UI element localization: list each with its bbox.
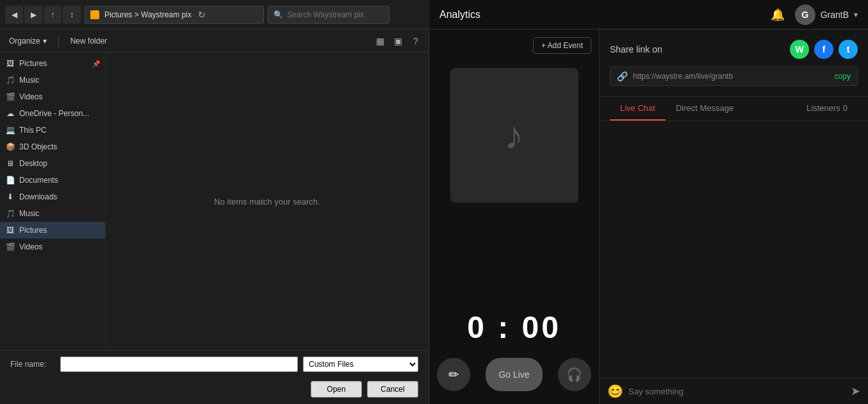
toolbar-right: ▦ ▣ ? [372,33,423,49]
search-input[interactable] [287,10,384,19]
folder-type-icon: 📄 [5,175,15,185]
listeners-count: 0 [843,103,848,113]
no-items-message: No items match your search. [106,53,429,350]
sidebar-item-label: 3D Objects [19,142,57,151]
main-content: Organize ▾ New folder ▦ ▣ ? 🖼 Pictures 📌… [0,29,868,404]
add-event-button[interactable]: + Add Event [533,37,591,54]
listeners-label: Listeners [807,103,840,113]
stream-timer: 0 : 00 [467,310,561,345]
sidebar-item-videos[interactable]: 🎬 Videos [0,239,105,255]
sidebar-item-label: Music [19,209,39,218]
pin-icon: 📌 [92,60,100,67]
folder-type-icon: 🖼 [5,58,15,69]
sidebar-item-label: Downloads [19,192,57,201]
stream-display: ♪ [450,68,578,203]
view-toggle-button[interactable]: ▦ [372,33,388,49]
nav-sidebar: 🖼 Pictures 📌 🎵 Music 🎬 Videos ☁ OneDrive… [0,53,106,350]
sidebar-item-label: Documents [19,176,58,185]
sidebar-item-videos[interactable]: 🎬 Videos [0,88,105,105]
refresh-button[interactable]: ↻ [194,7,209,22]
share-link-row: 🔗 https://waystre.am/live/grantb copy [610,67,858,86]
layout-button[interactable]: ▣ [390,33,405,49]
folder-type-icon: 🖥 [5,158,15,169]
share-title-text: Share link on [610,44,662,55]
folder-type-icon: 🎬 [5,92,15,102]
folder-type-icon: 💻 [5,125,15,135]
folder-type-icon: 🖼 [5,225,15,235]
share-link-section: Share link on W f t 🔗 https://waystre.am… [600,29,868,97]
new-folder-button[interactable]: New folder [67,34,111,48]
notification-bell-icon[interactable]: 🔔 [771,8,785,22]
file-name-row: File name: Custom FilesAll FilesImage Fi… [0,350,429,377]
share-link-url: https://waystre.am/live/grantb [633,72,830,81]
help-button[interactable]: ? [408,33,423,49]
back-button[interactable]: ◀ [5,6,23,24]
pencil-button[interactable]: ✏ [437,358,470,391]
copy-link-button[interactable]: copy [835,72,851,81]
sidebar-item-label: Music [19,76,39,85]
sidebar-item-music[interactable]: 🎵 Music [0,72,105,88]
file-name-input[interactable] [60,357,298,372]
search-bar[interactable]: 🔍 [268,6,389,24]
header-right: 🔔 G GrantB ▾ [771,4,858,25]
sidebar-item-music[interactable]: 🎵 Music [0,205,105,222]
folder-type-icon: ⬇ [5,192,15,202]
organize-label: Organize [9,37,40,46]
breadcrumb-text: Pictures > Waystream pix [104,10,192,19]
whatsapp-share-button[interactable]: W [790,40,809,59]
chat-messages [600,121,868,378]
file-type-select[interactable]: Custom FilesAll FilesImage Files [303,357,418,372]
facebook-share-button[interactable]: f [814,40,833,59]
open-button[interactable]: Open [311,381,362,398]
emoji-button[interactable]: 😊 [607,383,623,399]
sidebar-item-pictures[interactable]: 🖼 Pictures [0,222,105,239]
avatar: G [795,4,815,25]
folder-type-icon: 🎬 [5,242,15,252]
sidebar-item-onedrive---person...[interactable]: ☁ OneDrive - Person... [0,105,105,122]
sidebar-item-desktop[interactable]: 🖥 Desktop [0,155,105,172]
tab-live-chat[interactable]: Live Chat [610,97,666,121]
twitter-share-button[interactable]: t [839,40,858,59]
sidebar-item-label: Pictures [19,226,47,235]
sidebar-item-documents[interactable]: 📄 Documents [0,172,105,189]
music-note-icon: ♪ [505,114,524,158]
share-title-row: Share link on W f t [610,40,858,59]
chat-tabs: Live Chat Direct Message Listeners 0 [600,97,868,121]
file-name-label: File name: [10,360,55,369]
breadcrumb: Pictures > Waystream pix ↻ [85,6,264,24]
sidebar-item-this-pc[interactable]: 💻 This PC [0,122,105,139]
toolbar-separator [58,35,59,47]
file-explorer: Organize ▾ New folder ▦ ▣ ? 🖼 Pictures 📌… [0,29,429,404]
sidebar-item-label: Videos [19,92,42,101]
headphone-button[interactable]: 🎧 [558,358,591,391]
sidebar-item-downloads[interactable]: ⬇ Downloads [0,189,105,205]
explorer-body: 🖼 Pictures 📌 🎵 Music 🎬 Videos ☁ OneDrive… [0,53,429,350]
sidebar-item-3d-objects[interactable]: 📦 3D Objects [0,139,105,155]
recent-button[interactable]: ↕ [63,6,81,24]
cancel-button[interactable]: Cancel [367,381,418,398]
chat-input[interactable] [628,387,846,396]
folder-type-icon: 📦 [5,142,15,152]
sidebar-item-pictures[interactable]: 🖼 Pictures 📌 [0,55,105,72]
send-button[interactable]: ➤ [851,384,860,398]
sidebar-item-label: Videos [19,242,42,251]
chat-panel: Share link on W f t 🔗 https://waystre.am… [599,29,868,404]
organize-chevron-icon: ▾ [43,37,47,46]
search-icon: 🔍 [274,10,283,19]
right-panel: + Add Event ♪ 0 : 00 ✏ Go Live 🎧 Share l… [429,29,868,404]
stream-panel: + Add Event ♪ 0 : 00 ✏ Go Live 🎧 [429,29,599,404]
folder-type-icon: 🎵 [5,208,15,219]
tab-direct-message[interactable]: Direct Message [666,97,744,121]
sidebar-item-label: Desktop [19,159,47,168]
organize-button[interactable]: Organize ▾ [5,34,51,48]
user-menu[interactable]: G GrantB ▾ [795,4,858,25]
go-live-button[interactable]: Go Live [486,358,542,391]
forward-button[interactable]: ▶ [24,6,42,24]
sidebar-item-label: This PC [19,126,47,135]
file-content: No items match your search. [106,53,429,350]
sidebar-item-label: OneDrive - Person... [19,109,89,118]
tab-listeners[interactable]: Listeners 0 [796,97,858,121]
folder-type-icon: 🎵 [5,75,15,85]
up-button[interactable]: ↑ [44,6,61,24]
share-icons: W f t [790,40,858,59]
